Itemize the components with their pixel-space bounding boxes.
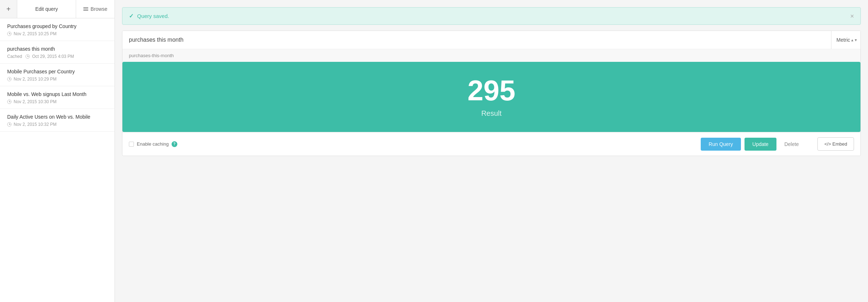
list-item[interactable]: Daily Active Users on Web vs. Mobile Nov…: [0, 109, 115, 132]
query-slug: purchases-this-month: [122, 49, 860, 62]
query-item-title: Mobile vs. Web signups Last Month: [7, 91, 107, 97]
query-item-title: Purchases grouped by Country: [7, 23, 107, 29]
footer-left: Enable caching ?: [129, 141, 177, 147]
chart-type-wrapper: Metric Table Bar Line Pie ▲▼: [831, 31, 860, 49]
metric-value: 295: [467, 76, 515, 105]
query-item-date: Nov 2, 2015 10:25 PM: [14, 31, 56, 36]
query-item-meta: Nov 2, 2015 10:29 PM: [7, 77, 107, 82]
tab-browse[interactable]: Browse: [76, 0, 115, 18]
main-panel: ✓ Query saved. × Metric Table Bar Line P…: [115, 0, 868, 302]
query-footer: Enable caching ? Run Query Update Delete…: [122, 132, 860, 156]
caching-label[interactable]: Enable caching ?: [129, 141, 177, 147]
clock-icon: [7, 77, 11, 81]
list-item[interactable]: Mobile vs. Web signups Last Month Nov 2,…: [0, 86, 115, 109]
browse-tab-label: Browse: [90, 6, 107, 12]
browse-icon: [83, 7, 88, 11]
check-icon: ✓: [129, 13, 134, 19]
query-item-date: Nov 2, 2015 10:30 PM: [14, 99, 56, 104]
chart-type-select[interactable]: Metric Table Bar Line Pie: [831, 31, 860, 49]
query-form-top: Metric Table Bar Line Pie ▲▼: [122, 31, 860, 49]
query-item-date: Oct 29, 2015 4:03 PM: [32, 54, 74, 59]
run-query-button[interactable]: Run Query: [701, 138, 741, 151]
clock-icon: [25, 54, 30, 59]
add-query-button[interactable]: +: [0, 0, 17, 18]
success-message: Query saved.: [137, 13, 169, 19]
tab-edit-query[interactable]: Edit query: [17, 0, 76, 18]
query-item-meta: Nov 2, 2015 10:30 PM: [7, 99, 107, 104]
clock-icon: [7, 122, 11, 127]
sidebar: + Edit query Browse Purchases grouped by…: [0, 0, 115, 302]
success-banner-left: ✓ Query saved.: [129, 13, 169, 19]
footer-actions: Run Query Update Delete </> Embed: [701, 137, 854, 151]
update-button[interactable]: Update: [745, 138, 776, 151]
caching-text: Enable caching: [137, 141, 169, 147]
sidebar-header: + Edit query Browse: [0, 0, 115, 18]
metric-display: 295 Result: [122, 62, 860, 132]
list-item[interactable]: purchases this month Cached Oct 29, 2015…: [0, 41, 115, 64]
query-name-input[interactable]: [122, 31, 831, 49]
delete-button[interactable]: Delete: [780, 138, 803, 151]
query-item-title: purchases this month: [7, 46, 107, 52]
query-item-meta: Nov 2, 2015 10:25 PM: [7, 31, 107, 36]
list-item[interactable]: Mobile Purchases per Country Nov 2, 2015…: [0, 64, 115, 86]
caching-checkbox[interactable]: [129, 142, 134, 147]
query-item-date: Nov 2, 2015 10:29 PM: [14, 77, 56, 82]
clock-icon: [7, 32, 11, 36]
cached-label: Cached: [7, 54, 22, 59]
metric-label: Result: [481, 109, 502, 118]
clock-icon: [7, 100, 11, 104]
success-banner: ✓ Query saved. ×: [122, 7, 861, 25]
query-item-title: Daily Active Users on Web vs. Mobile: [7, 114, 107, 120]
close-banner-button[interactable]: ×: [850, 13, 854, 19]
help-icon[interactable]: ?: [172, 141, 177, 147]
query-item-title: Mobile Purchases per Country: [7, 69, 107, 74]
query-item-meta: Cached Oct 29, 2015 4:03 PM: [7, 54, 107, 59]
query-list: Purchases grouped by Country Nov 2, 2015…: [0, 18, 115, 302]
list-item[interactable]: Purchases grouped by Country Nov 2, 2015…: [0, 18, 115, 41]
query-item-date: Nov 2, 2015 10:32 PM: [14, 122, 56, 127]
query-editor-card: Metric Table Bar Line Pie ▲▼ purchases-t…: [122, 31, 861, 156]
query-item-meta: Nov 2, 2015 10:32 PM: [7, 122, 107, 127]
embed-button[interactable]: </> Embed: [817, 137, 854, 151]
